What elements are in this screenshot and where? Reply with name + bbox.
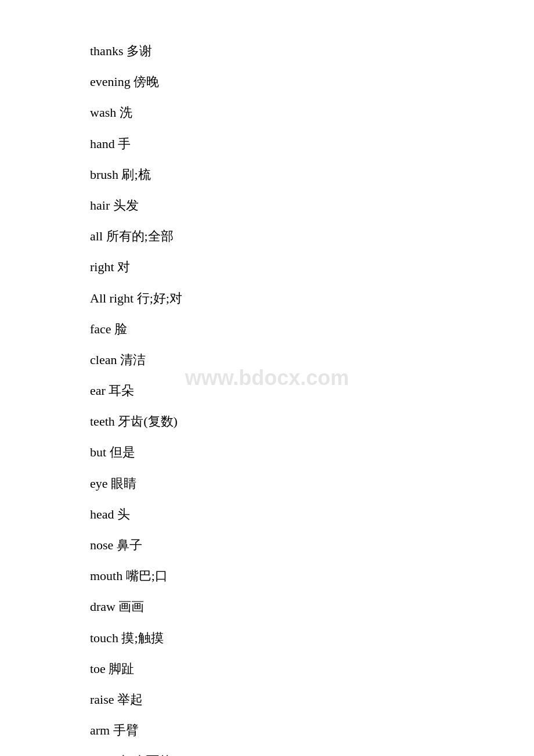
vocab-english: face <box>90 322 114 336</box>
vocab-item: face 脸 <box>90 319 534 339</box>
vocab-item: thanks 多谢 <box>90 41 534 61</box>
vocab-english: thanks <box>90 44 127 58</box>
vocab-item: nose 鼻子 <box>90 535 534 555</box>
vocab-item: hair 头发 <box>90 195 534 215</box>
vocab-english: hair <box>90 198 113 213</box>
vocab-english: all <box>90 229 106 243</box>
vocab-item: draw 画画 <box>90 596 534 617</box>
vocab-chinese: 手臂 <box>113 723 139 737</box>
vocab-english: nose <box>90 538 117 552</box>
vocab-chinese: 多谢 <box>127 44 152 58</box>
vocab-english: toe <box>90 661 109 676</box>
vocab-chinese: 耳朵 <box>109 383 134 398</box>
vocab-english: teeth <box>90 414 118 429</box>
vocab-chinese: 嘴巴;口 <box>126 568 168 583</box>
vocab-item: All right 行;好;对 <box>90 288 534 308</box>
vocab-item: wash 洗 <box>90 102 534 123</box>
vocab-english: right <box>90 260 117 274</box>
vocab-chinese: 对 <box>117 260 130 274</box>
vocab-chinese: 所有的;全部 <box>106 229 174 243</box>
vocab-item: touch 摸;触摸 <box>90 628 534 648</box>
vocab-english: raise <box>90 692 117 707</box>
vocab-chinese: 洗 <box>120 105 132 120</box>
vocab-chinese: 刷;梳 <box>121 167 150 182</box>
vocab-chinese: 清洁 <box>120 352 146 367</box>
vocab-item: ear 耳朵 <box>90 380 534 401</box>
vocab-chinese: 傍晚 <box>134 74 159 89</box>
vocab-chinese: 头发 <box>113 198 139 213</box>
vocab-chinese: 右;右面的 <box>117 754 172 756</box>
vocab-item: brush 刷;梳 <box>90 164 534 185</box>
vocab-english: hand <box>90 136 118 151</box>
vocab-chinese: 鼻子 <box>117 538 142 552</box>
vocab-chinese: 行;好;对 <box>137 291 182 305</box>
vocab-item: teeth 牙齿(复数) <box>90 411 534 431</box>
vocab-chinese: 脚趾 <box>109 661 134 676</box>
vocab-chinese: 但是 <box>110 445 135 459</box>
vocab-list: thanks 多谢evening 傍晚wash 洗hand 手brush 刷;梳… <box>0 0 534 756</box>
vocab-english: All right <box>90 291 137 305</box>
vocab-english: but <box>90 445 110 459</box>
vocab-english: mouth <box>90 568 126 583</box>
vocab-item: eye 眼睛 <box>90 473 534 494</box>
vocab-english: touch <box>90 631 121 645</box>
vocab-item: raise 举起 <box>90 689 534 710</box>
vocab-item: hand 手 <box>90 134 534 154</box>
vocab-item: clean 清洁 <box>90 350 534 370</box>
vocab-english: eye <box>90 476 111 491</box>
vocab-english: head <box>90 507 117 521</box>
vocab-item: but 但是 <box>90 442 534 462</box>
vocab-item: head 头 <box>90 504 534 524</box>
vocab-chinese: 头 <box>117 507 130 521</box>
vocab-item: right 对 <box>90 257 534 277</box>
vocab-english: clean <box>90 352 120 367</box>
vocab-english: ear <box>90 383 109 398</box>
vocab-item: toe 脚趾 <box>90 658 534 679</box>
vocab-item: right 右;右面的 <box>90 751 534 756</box>
vocab-chinese: 画画 <box>118 599 144 614</box>
vocab-chinese: 眼睛 <box>111 476 136 491</box>
vocab-chinese: 举起 <box>117 692 143 707</box>
vocab-chinese: 手 <box>118 136 131 151</box>
vocab-english: right <box>90 754 117 756</box>
vocab-chinese: 脸 <box>114 322 127 336</box>
vocab-english: draw <box>90 599 118 614</box>
vocab-item: all 所有的;全部 <box>90 226 534 246</box>
vocab-english: brush <box>90 167 121 182</box>
vocab-english: arm <box>90 723 113 737</box>
vocab-item: mouth 嘴巴;口 <box>90 566 534 586</box>
vocab-english: wash <box>90 105 120 120</box>
vocab-item: arm 手臂 <box>90 720 534 740</box>
vocab-chinese: 牙齿(复数) <box>118 414 178 429</box>
vocab-chinese: 摸;触摸 <box>121 631 163 645</box>
vocab-english: evening <box>90 74 134 89</box>
vocab-item: evening 傍晚 <box>90 71 534 92</box>
